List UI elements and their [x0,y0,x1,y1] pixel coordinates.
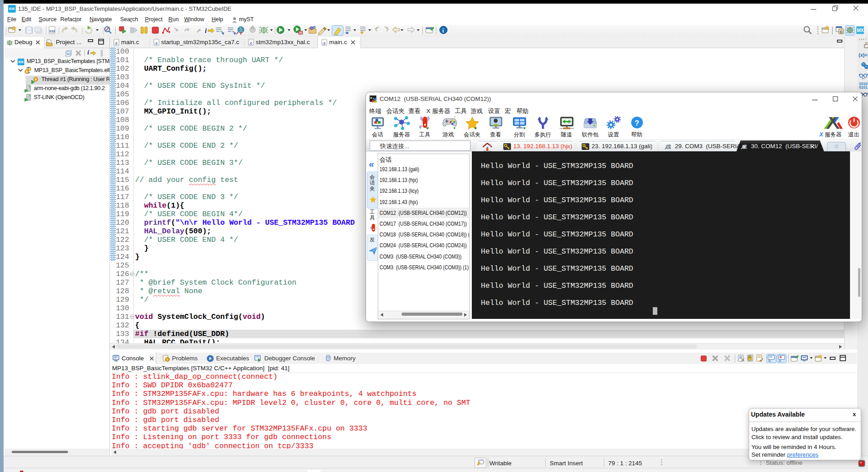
svg-text:010: 010 [50,30,55,33]
svg-text:C: C [840,30,843,34]
svg-text:.c: .c [154,41,158,45]
svg-text:MX: MX [857,28,864,33]
svg-text:?: ? [635,119,639,127]
svg-text:i: i [205,27,207,34]
svg-text:!: ! [167,358,168,362]
svg-text:.c: .c [114,41,118,45]
svg-text:.c: .c [322,41,326,45]
svg-text:x=: x= [862,77,865,79]
svg-text:.c: .c [249,41,252,45]
